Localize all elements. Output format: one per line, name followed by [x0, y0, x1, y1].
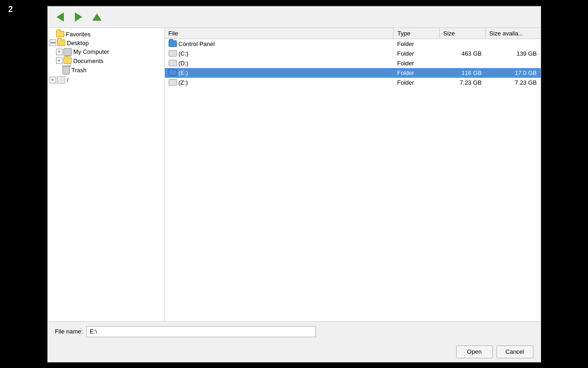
- file-name-text: Control Panel: [179, 40, 215, 47]
- file-icon: [169, 60, 177, 66]
- file-name-text: (E:): [179, 69, 188, 76]
- file-name-text: (C:): [179, 50, 189, 57]
- file-type-cell: Folder: [394, 39, 440, 49]
- plus-icon: +: [57, 49, 61, 55]
- file-table: File Type Size Size availa... Control Pa…: [165, 28, 541, 87]
- root-expand-icon[interactable]: +: [50, 77, 56, 83]
- root-icon: [57, 76, 65, 84]
- file-avail-cell: 7.23 GB: [486, 78, 541, 87]
- sidebar-item-desktop[interactable]: Desktop: [48, 39, 164, 47]
- table-row[interactable]: (E:)Folder116 GB17.0 GB: [165, 68, 541, 78]
- filename-input[interactable]: [86, 326, 316, 337]
- sidebar: Favorites Desktop + My Computer + Docume…: [48, 28, 165, 321]
- main-content: Favorites Desktop + My Computer + Docume…: [48, 28, 541, 321]
- file-name-cell: (C:): [165, 49, 394, 58]
- sidebar-item-favorites[interactable]: Favorites: [48, 30, 164, 39]
- col-header-size[interactable]: Size: [440, 28, 486, 39]
- table-row[interactable]: (C:)Folder463 GB139 GB: [165, 49, 541, 58]
- forward-button[interactable]: [71, 9, 86, 25]
- file-name-cell: Control Panel: [165, 39, 394, 49]
- up-button[interactable]: [89, 9, 105, 25]
- table-row[interactable]: (Z:)Folder7.23 GB7.23 GB: [165, 78, 541, 87]
- file-name-text: (Z:): [179, 79, 188, 86]
- folder-icon: [56, 31, 64, 37]
- documents-expand-icon[interactable]: +: [56, 58, 62, 64]
- open-button[interactable]: Open: [456, 345, 493, 358]
- sidebar-item-trash[interactable]: Trash: [54, 65, 164, 75]
- file-name-text: (D:): [179, 60, 189, 67]
- file-panel: File Type Size Size availa... Control Pa…: [165, 28, 541, 321]
- file-avail-cell: [486, 39, 541, 49]
- sidebar-item-documents-label: Documents: [74, 58, 104, 64]
- sidebar-item-root[interactable]: + /: [48, 75, 164, 85]
- file-icon: [169, 40, 177, 47]
- file-avail-cell: 17.0 GB: [486, 68, 541, 78]
- desktop-folder-icon: [57, 40, 65, 46]
- table-row[interactable]: Control PanelFolder: [165, 39, 541, 49]
- file-dialog: Favorites Desktop + My Computer + Docume…: [47, 6, 541, 362]
- computer-icon: [63, 48, 72, 56]
- col-header-file[interactable]: File: [165, 28, 394, 39]
- forward-icon: [75, 12, 82, 22]
- back-button[interactable]: [52, 9, 68, 25]
- sidebar-item-root-label: /: [67, 76, 69, 83]
- col-header-type[interactable]: Type: [394, 28, 440, 39]
- file-icon: [169, 79, 177, 86]
- toolbar: [48, 6, 541, 28]
- trash-icon: [62, 66, 70, 75]
- file-size-cell: [440, 39, 486, 49]
- cancel-button[interactable]: Cancel: [497, 345, 533, 358]
- bottom-bar: File name:: [48, 321, 541, 342]
- file-type-cell: Folder: [394, 58, 440, 68]
- col-header-avail[interactable]: Size availa...: [486, 28, 541, 39]
- buttons-bar: Open Cancel: [48, 342, 541, 362]
- file-size-cell: 463 GB: [440, 49, 486, 58]
- file-name-cell: (D:): [165, 58, 394, 68]
- minus-icon: [51, 42, 55, 43]
- sidebar-item-favorites-label: Favorites: [66, 31, 90, 38]
- file-size-cell: [440, 58, 486, 68]
- file-type-cell: Folder: [394, 49, 440, 58]
- sidebar-item-documents[interactable]: + Documents: [54, 57, 164, 65]
- filename-label: File name:: [55, 328, 83, 335]
- file-type-cell: Folder: [394, 68, 440, 78]
- file-avail-cell: 139 GB: [486, 49, 541, 58]
- sidebar-item-desktop-label: Desktop: [67, 40, 89, 46]
- table-row[interactable]: (D:)Folder: [165, 58, 541, 68]
- file-name-cell: (E:): [165, 68, 394, 78]
- file-name-cell: (Z:): [165, 78, 394, 87]
- page-number: 2: [8, 5, 13, 14]
- documents-folder-icon: [63, 58, 72, 64]
- file-icon: [169, 69, 177, 76]
- sidebar-item-trash-label: Trash: [72, 67, 87, 74]
- file-size-cell: 7.23 GB: [440, 78, 486, 87]
- plus-icon-docs: +: [57, 58, 61, 63]
- up-icon: [92, 13, 102, 21]
- file-size-cell: 116 GB: [440, 68, 486, 78]
- back-icon: [57, 12, 64, 22]
- file-icon: [169, 50, 177, 57]
- my-computer-expand-icon[interactable]: +: [56, 49, 62, 55]
- sidebar-item-my-computer-label: My Computer: [74, 48, 109, 55]
- desktop-collapse-icon[interactable]: [50, 40, 56, 46]
- plus-icon-root: +: [51, 77, 54, 83]
- file-type-cell: Folder: [394, 78, 440, 87]
- sidebar-item-my-computer[interactable]: + My Computer: [54, 47, 164, 57]
- file-avail-cell: [486, 58, 541, 68]
